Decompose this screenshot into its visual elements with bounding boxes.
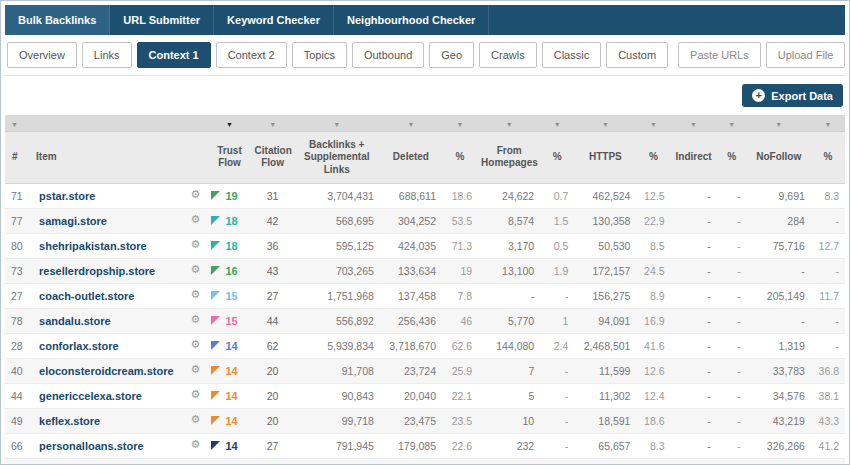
item-link[interactable]: genericcelexa.store [39,390,142,402]
sort-dropdown-nofollow_pct[interactable]: ▼ [811,115,845,131]
row-settings-gear-icon[interactable]: ⚙ [191,263,201,276]
cell-nofollow_pct: 12.7 [811,234,845,259]
cell-nofollow: 43,219 [747,409,811,434]
item-link[interactable]: pstar.store [39,190,95,202]
col-header-num[interactable]: # [5,131,33,184]
col-header-backlinks[interactable]: Backlinks + Supplemental Links [294,131,380,184]
topnav-item-neighbourhood-checker[interactable]: Neighbourhood Checker [334,5,489,35]
row-settings-gear-icon[interactable]: ⚙ [191,338,201,351]
item-link[interactable]: resellerdropship.store [39,265,155,277]
tab-outbound[interactable]: Outbound [352,42,424,68]
col-header-https[interactable]: HTTPS [574,131,636,184]
sort-dropdown-tf[interactable]: ▼ [207,115,251,131]
cell-nofollow: 205,149 [747,284,811,309]
cell-nofollow_pct: 41.2 [811,434,845,459]
sort-arrow-icon: ▼ [690,121,697,128]
col-header-cf[interactable]: Citation Flow [252,131,294,184]
cell-nofollow: 45,561 [747,459,811,465]
row-settings-gear-icon[interactable]: ⚙ [191,438,201,451]
row-settings-gear-icon[interactable]: ⚙ [191,213,201,226]
item-link[interactable]: shehripakistan.store [39,240,147,252]
sort-dropdown-indirect_pct[interactable]: ▼ [717,115,747,131]
sort-dropdown-deleted[interactable]: ▼ [380,115,442,131]
cell-item: genericcelexa.store⚙ [33,384,207,409]
tab-topics[interactable]: Topics [292,42,347,68]
sort-dropdown-from_homepages_pct[interactable]: ▼ [540,115,574,131]
row-settings-gear-icon[interactable]: ⚙ [191,413,201,426]
sort-dropdown-cf[interactable]: ▼ [252,115,294,131]
table-row: 71pstar.store⚙19313,704,431688,61118.624… [5,184,845,209]
tab-geo[interactable]: Geo [429,42,474,68]
tab-crawls[interactable]: Crawls [479,42,537,68]
table-row: 80shehripakistan.store⚙1836595,125424,03… [5,234,845,259]
col-header-item[interactable]: Item [33,131,207,184]
cell-indirect_pct: - [717,234,747,259]
row-settings-gear-icon[interactable]: ⚙ [191,363,201,376]
tab-overview[interactable]: Overview [7,42,77,68]
item-link[interactable]: keflex.store [39,415,100,427]
row-settings-gear-icon[interactable]: ⚙ [191,238,201,251]
cell-https_pct: 18.6 [636,409,670,434]
topnav-item-url-submitter[interactable]: URL Submitter [110,5,214,35]
row-settings-gear-icon[interactable]: ⚙ [191,388,201,401]
cell-https: 156,275 [574,284,636,309]
tab-classic[interactable]: Classic [542,42,601,68]
sort-dropdown-deleted_pct[interactable]: ▼ [442,115,478,131]
col-header-tf[interactable]: Trust Flow [207,131,251,184]
export-data-button[interactable]: + Export Data [742,84,843,107]
tab-context-2[interactable]: Context 2 [216,42,287,68]
col-header-deleted_pct[interactable]: % [442,131,478,184]
table-body: 71pstar.store⚙19313,704,431688,61118.624… [5,184,845,465]
cell-deleted: 256,436 [380,309,442,334]
cell-trust-flow: 14 [207,434,251,459]
topic-flag-icon [211,441,220,450]
tab-custom[interactable]: Custom [606,42,668,68]
upload-file-button[interactable]: Upload File [766,42,846,68]
sort-dropdown-num[interactable]: ▼ [5,115,33,131]
cell-item: robaxinonline.store⚙ [33,459,207,465]
cell-indirect_pct: - [717,459,747,465]
col-header-nofollow_pct[interactable]: % [811,131,845,184]
col-header-https_pct[interactable]: % [636,131,670,184]
item-link[interactable]: samagi.store [39,215,107,227]
paste-urls-button[interactable]: Paste URLs [678,42,761,68]
cell-https: 10,148 [574,459,636,465]
sort-dropdown-indirect[interactable]: ▼ [671,115,717,131]
col-header-indirect[interactable]: Indirect [671,131,717,184]
col-header-nofollow[interactable]: NoFollow [747,131,811,184]
item-link[interactable]: personalloans.store [39,440,144,452]
cell-backlinks: 99,718 [294,409,380,434]
row-settings-gear-icon[interactable]: ⚙ [191,188,201,201]
export-row: + Export Data [5,76,845,115]
trust-flow-value: 18 [225,215,237,227]
sort-dropdown-from_homepages[interactable]: ▼ [478,115,540,131]
tab-links[interactable]: Links [82,42,132,68]
sort-dropdown-https_pct[interactable]: ▼ [636,115,670,131]
item-link[interactable]: sandalu.store [39,315,111,327]
col-header-deleted[interactable]: Deleted [380,131,442,184]
cell-backlinks: 3,704,431 [294,184,380,209]
col-header-from_homepages_pct[interactable]: % [540,131,574,184]
trust-flow-value: 16 [225,265,237,277]
item-link[interactable]: conforlax.store [39,340,118,352]
cell-cf: 44 [252,309,294,334]
topnav-item-bulk-backlinks[interactable]: Bulk Backlinks [5,5,110,35]
tab-context-1[interactable]: Context 1 [137,42,211,68]
col-header-from_homepages[interactable]: From Homepages [478,131,540,184]
cell-row-num: 27 [5,284,33,309]
row-settings-gear-icon[interactable]: ⚙ [191,313,201,326]
sort-dropdown-https[interactable]: ▼ [574,115,636,131]
sort-dropdown-nofollow[interactable]: ▼ [747,115,811,131]
item-link[interactable]: eloconsteroidcream.store [39,365,174,377]
row-settings-gear-icon[interactable]: ⚙ [191,288,201,301]
cell-indirect_pct: - [717,259,747,284]
topnav-item-keyword-checker[interactable]: Keyword Checker [214,5,334,35]
sort-dropdown-backlinks[interactable]: ▼ [294,115,380,131]
cell-backlinks: 568,695 [294,209,380,234]
cell-backlinks: 791,945 [294,434,380,459]
cell-deleted_pct: 19 [442,259,478,284]
item-link[interactable]: coach-outlet.store [39,290,134,302]
col-header-indirect_pct[interactable]: % [717,131,747,184]
cell-row-num: 77 [5,209,33,234]
cell-from_homepages: 144,080 [478,334,540,359]
